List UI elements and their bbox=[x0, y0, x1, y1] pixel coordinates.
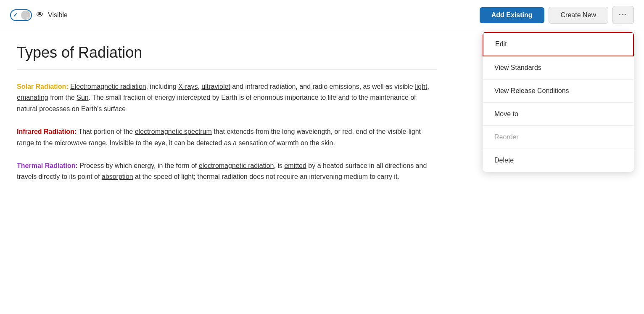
more-options-button[interactable]: ··· bbox=[612, 6, 634, 24]
solar-section: Solar Radiation: Electromagnetic radiati… bbox=[17, 81, 437, 114]
top-bar-right: Add Existing Create New ··· bbox=[480, 6, 634, 24]
sun-link[interactable]: Sun bbox=[77, 94, 88, 101]
dropdown-item-view-release-conditions[interactable]: View Release Conditions bbox=[483, 80, 634, 103]
dropdown-menu: Edit View Standards View Release Conditi… bbox=[483, 32, 634, 172]
light-link[interactable]: light bbox=[415, 83, 427, 90]
solar-label: Solar Radiation: bbox=[17, 83, 69, 90]
page-title: Types of Radiation bbox=[17, 44, 437, 61]
visible-toggle[interactable]: ✓ bbox=[10, 9, 32, 21]
emanating-link[interactable]: emanating bbox=[17, 94, 48, 101]
top-bar-left: ✓ 👁 Visible bbox=[10, 9, 68, 21]
electromagnetic-radiation-link[interactable]: Electromagnetic radiation bbox=[70, 83, 146, 90]
add-existing-button[interactable]: Add Existing bbox=[480, 7, 544, 23]
content-divider bbox=[17, 69, 437, 69]
visible-label: Visible bbox=[48, 11, 68, 19]
top-bar: ✓ 👁 Visible Add Existing Create New ··· bbox=[0, 0, 644, 30]
infrared-label: Infrared Radiation: bbox=[17, 128, 77, 135]
create-new-button[interactable]: Create New bbox=[549, 7, 608, 24]
infrared-text: That portion of the electromagnetic spec… bbox=[17, 128, 421, 146]
main-content: Types of Radiation Solar Radiation: Elec… bbox=[0, 30, 454, 208]
infrared-section: Infrared Radiation: That portion of the … bbox=[17, 126, 437, 149]
toggle-container[interactable]: ✓ bbox=[10, 9, 32, 21]
emitted-link[interactable]: emitted bbox=[284, 162, 306, 169]
eye-icon: 👁 bbox=[36, 11, 44, 19]
toggle-knob bbox=[21, 11, 30, 20]
electromagnetic-spectrum-link[interactable]: electromagnetic spectrum bbox=[135, 128, 212, 135]
solar-text: Electromagnetic radiation, including X-r… bbox=[17, 83, 429, 112]
absorption-link[interactable]: absorption bbox=[102, 173, 133, 180]
dropdown-item-reorder: Reorder bbox=[483, 126, 634, 149]
dropdown-item-delete[interactable]: Delete bbox=[483, 149, 634, 172]
ultraviolet-link[interactable]: ultraviolet bbox=[201, 83, 230, 90]
electromagnetic-radiation-2-link[interactable]: electromagnetic radiation bbox=[199, 162, 274, 169]
dropdown-item-edit[interactable]: Edit bbox=[483, 32, 634, 56]
thermal-text: Process by which energy, in the form of … bbox=[17, 162, 427, 180]
thermal-section: Thermal Radiation: Process by which ener… bbox=[17, 160, 437, 183]
dropdown-item-move-to[interactable]: Move to bbox=[483, 103, 634, 126]
toggle-check-icon: ✓ bbox=[13, 12, 18, 18]
xrays-link[interactable]: X-rays bbox=[178, 83, 198, 90]
thermal-label: Thermal Radiation: bbox=[17, 162, 78, 169]
dropdown-item-view-standards[interactable]: View Standards bbox=[483, 56, 634, 80]
